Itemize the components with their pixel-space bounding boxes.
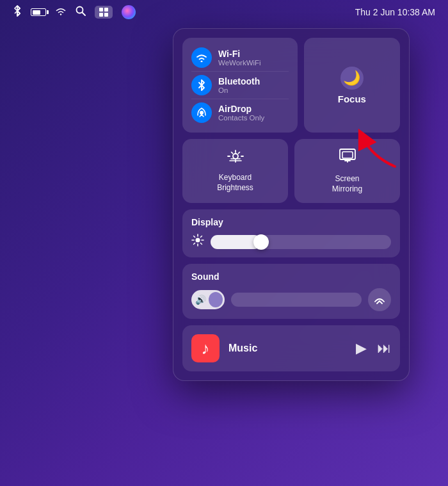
airdrop-item[interactable]: AirDrop Contacts Only <box>191 99 289 126</box>
sound-toggle[interactable]: 🔊 <box>191 290 225 309</box>
datetime-label: Thu 2 Jun 10:38 AM <box>355 7 435 17</box>
svg-rect-19 <box>342 152 353 158</box>
svg-line-14 <box>238 152 239 154</box>
control-center-menu-icon[interactable] <box>95 6 113 19</box>
bluetooth-title: Bluetooth <box>218 76 260 86</box>
music-section: ♪ Music ▶ ⏭ <box>182 325 400 371</box>
volume-icon: 🔊 <box>195 295 206 305</box>
svg-point-8 <box>200 111 204 115</box>
airdrop-title: AirDrop <box>218 104 264 114</box>
play-button[interactable]: ▶ <box>356 340 367 357</box>
sound-title: Sound <box>191 271 391 282</box>
bluetooth-item[interactable]: Bluetooth On <box>191 72 289 99</box>
bluetooth-icon <box>191 75 212 95</box>
music-controls: ▶ ⏭ <box>356 340 391 357</box>
battery-indicator <box>31 8 46 16</box>
svg-line-5 <box>83 13 86 16</box>
sound-knob <box>209 292 223 307</box>
skip-forward-button[interactable]: ⏭ <box>377 340 391 357</box>
volume-slider[interactable] <box>231 293 362 307</box>
airdrop-icon <box>191 102 212 123</box>
svg-point-15 <box>233 154 238 159</box>
bluetooth-text: Bluetooth On <box>218 76 260 94</box>
keyboard-brightness-label: KeyboardBrightness <box>217 173 253 193</box>
second-row: KeyboardBrightness ScreenMirroring <box>182 139 400 203</box>
screen-mirroring-tile[interactable]: ScreenMirroring <box>294 139 400 203</box>
wifi-subtitle: WeWorkWiFi <box>218 59 261 67</box>
airplay-button[interactable] <box>368 288 391 311</box>
sound-section: Sound 🔊 <box>182 264 400 319</box>
screen-mirroring-label: ScreenMirroring <box>332 174 362 194</box>
airdrop-text: AirDrop Contacts Only <box>218 104 264 122</box>
svg-line-27 <box>194 236 195 238</box>
svg-point-6 <box>201 61 203 63</box>
keyboard-brightness-tile[interactable]: KeyboardBrightness <box>182 139 288 203</box>
bluetooth-subtitle: On <box>218 86 260 94</box>
svg-line-28 <box>200 243 202 245</box>
screen-mirroring-icon <box>339 148 356 169</box>
brightness-slider[interactable] <box>211 235 391 249</box>
music-app-icon: ♪ <box>191 334 220 362</box>
search-menu-icon[interactable] <box>76 6 86 19</box>
wifi-text: Wi-Fi WeWorkWiFi <box>218 49 261 67</box>
menu-bar: Thu 2 Jun 10:38 AM <box>0 0 448 24</box>
sound-row: 🔊 <box>191 288 391 311</box>
svg-line-13 <box>231 152 232 154</box>
svg-line-30 <box>194 243 195 245</box>
display-section: Display <box>182 209 400 257</box>
brightness-icon <box>191 234 204 250</box>
wifi-item[interactable]: Wi-Fi WeWorkWiFi <box>191 44 289 72</box>
control-center-panel: Wi-Fi WeWorkWiFi Bluetooth On <box>173 28 410 381</box>
airdrop-subtitle: Contacts Only <box>218 114 264 122</box>
bluetooth-menu-icon[interactable] <box>13 5 22 19</box>
wifi-title: Wi-Fi <box>218 49 261 59</box>
menu-bar-datetime: Thu 2 Jun 10:38 AM <box>355 7 435 17</box>
focus-icon: 🌙 <box>340 67 364 90</box>
top-row: Wi-Fi WeWorkWiFi Bluetooth On <box>182 38 400 133</box>
svg-line-29 <box>200 236 202 238</box>
menu-bar-left <box>13 5 136 19</box>
svg-point-22 <box>196 238 200 243</box>
wifi-menu-icon[interactable] <box>55 6 67 18</box>
keyboard-brightness-icon <box>227 148 244 168</box>
display-title: Display <box>191 217 391 227</box>
svg-point-3 <box>60 13 61 15</box>
wifi-icon <box>191 47 212 68</box>
focus-label: Focus <box>338 93 366 104</box>
music-title: Music <box>228 343 347 354</box>
siri-menu-icon[interactable] <box>122 5 136 19</box>
display-slider-row <box>191 234 391 250</box>
focus-panel[interactable]: 🌙 Focus <box>304 38 400 133</box>
connectivity-panel: Wi-Fi WeWorkWiFi Bluetooth On <box>182 38 298 133</box>
